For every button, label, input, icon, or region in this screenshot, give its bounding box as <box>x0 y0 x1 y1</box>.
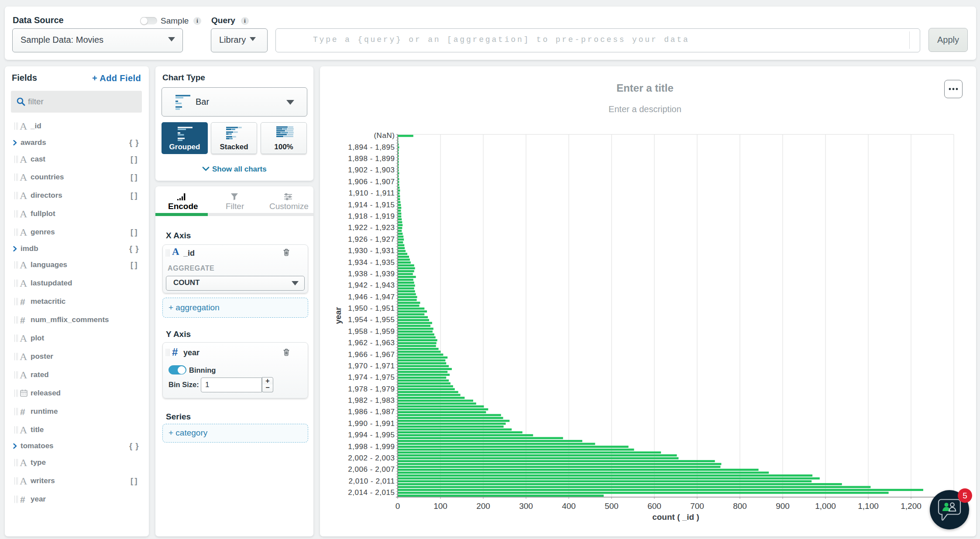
svg-text:2,010 - 2,011: 2,010 - 2,011 <box>348 477 395 485</box>
svg-text:500: 500 <box>605 501 619 511</box>
svg-text:1,942 - 1,943: 1,942 - 1,943 <box>348 281 395 289</box>
svg-text:1,950 - 1,951: 1,950 - 1,951 <box>348 304 395 312</box>
svg-text:1,898 - 1,899: 1,898 - 1,899 <box>348 154 395 163</box>
svg-text:1,934 - 1,935: 1,934 - 1,935 <box>348 258 395 267</box>
svg-text:year: year <box>334 307 343 324</box>
svg-text:1,974 - 1,975: 1,974 - 1,975 <box>348 373 395 381</box>
svg-text:1,990 - 1,991: 1,990 - 1,991 <box>348 419 395 428</box>
svg-text:1,966 - 1,967: 1,966 - 1,967 <box>348 350 395 359</box>
svg-text:0: 0 <box>395 501 400 511</box>
svg-text:100: 100 <box>433 501 447 511</box>
svg-text:1,894 - 1,895: 1,894 - 1,895 <box>348 143 395 151</box>
svg-text:2,014 - 2,015: 2,014 - 2,015 <box>348 488 395 497</box>
svg-text:1,970 - 1,971: 1,970 - 1,971 <box>348 362 395 370</box>
svg-text:1,000: 1,000 <box>815 501 836 511</box>
svg-text:2,002 - 2,003: 2,002 - 2,003 <box>348 454 395 462</box>
svg-text:1,998 - 1,999: 1,998 - 1,999 <box>348 443 395 451</box>
svg-text:1,978 - 1,979: 1,978 - 1,979 <box>348 385 395 393</box>
svg-text:200: 200 <box>476 501 490 511</box>
svg-text:1,914 - 1,915: 1,914 - 1,915 <box>348 201 395 209</box>
svg-text:1,926 - 1,927: 1,926 - 1,927 <box>348 235 395 244</box>
svg-text:(NaN): (NaN) <box>374 131 395 140</box>
svg-text:1,946 - 1,947: 1,946 - 1,947 <box>348 293 395 301</box>
svg-text:700: 700 <box>690 501 704 511</box>
svg-text:300: 300 <box>519 501 533 511</box>
svg-text:400: 400 <box>562 501 576 511</box>
svg-text:1,994 - 1,995: 1,994 - 1,995 <box>348 431 395 439</box>
svg-text:1,958 - 1,959: 1,958 - 1,959 <box>348 327 395 336</box>
svg-text:1,938 - 1,939: 1,938 - 1,939 <box>348 270 395 278</box>
svg-text:1,986 - 1,987: 1,986 - 1,987 <box>348 408 395 416</box>
svg-text:1,200: 1,200 <box>901 501 922 511</box>
svg-text:1,910 - 1,911: 1,910 - 1,911 <box>348 189 395 197</box>
svg-text:1,954 - 1,955: 1,954 - 1,955 <box>348 316 395 324</box>
svg-text:1,982 - 1,983: 1,982 - 1,983 <box>348 396 395 405</box>
svg-text:1,906 - 1,907: 1,906 - 1,907 <box>348 178 395 186</box>
svg-text:1,930 - 1,931: 1,930 - 1,931 <box>348 247 395 255</box>
svg-text:800: 800 <box>733 501 747 511</box>
svg-text:1,902 - 1,903: 1,902 - 1,903 <box>348 166 395 174</box>
svg-text:count ( _id ): count ( _id ) <box>652 512 699 522</box>
svg-text:1,922 - 1,923: 1,922 - 1,923 <box>348 223 395 232</box>
svg-text:2,006 - 2,007: 2,006 - 2,007 <box>348 465 395 474</box>
svg-text:900: 900 <box>776 501 790 511</box>
svg-text:1,962 - 1,963: 1,962 - 1,963 <box>348 339 395 347</box>
svg-text:600: 600 <box>647 501 661 511</box>
svg-text:1,918 - 1,919: 1,918 - 1,919 <box>348 212 395 220</box>
svg-text:1,100: 1,100 <box>858 501 879 511</box>
